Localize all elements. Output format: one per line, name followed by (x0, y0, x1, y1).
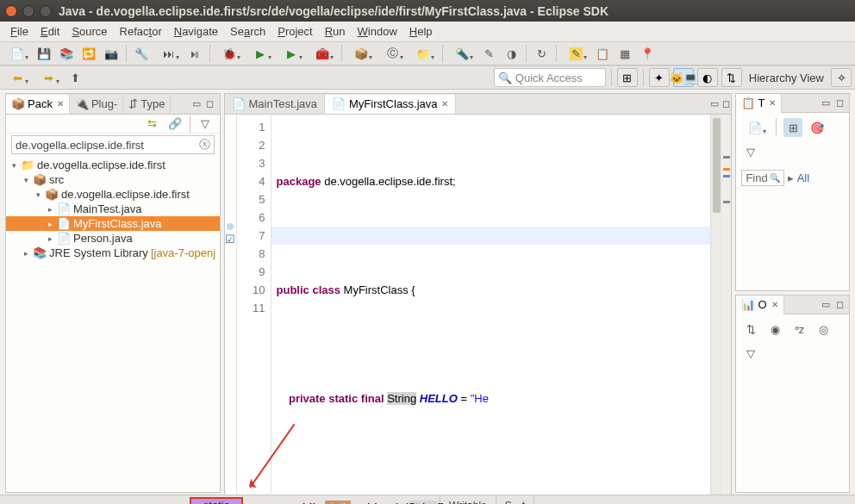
run-button[interactable]: ▶ (247, 44, 274, 63)
code-content[interactable]: package de.vogella.eclipse.ide.first; pu… (271, 115, 711, 504)
outline-menu-button[interactable]: ▽ (741, 344, 760, 363)
tree-file-maintest[interactable]: ▸📄MainTest.java (6, 202, 220, 216)
menu-edit[interactable]: Edit (35, 23, 65, 40)
menu-file[interactable]: File (5, 23, 34, 40)
editor-tab-label: MainTest.java (249, 97, 317, 110)
window-controls (5, 5, 52, 17)
search-button[interactable]: 🔦 (448, 44, 476, 63)
close-icon[interactable]: ✕ (57, 99, 64, 109)
tree-project[interactable]: ▾📁de.vogella.eclipse.ide.first (6, 158, 220, 172)
clear-filter-icon[interactable]: ⓧ (199, 137, 210, 152)
persp-hierarchy[interactable]: ⇅ (721, 68, 742, 87)
close-icon[interactable]: ✕ (441, 99, 448, 109)
hide-fields-button[interactable]: ◉ (765, 320, 784, 339)
tree-file-myfirstclass[interactable]: ▸📄MyFirstClass.java (6, 216, 220, 231)
link-editor-button[interactable]: 🔗 (165, 115, 184, 134)
editor-scrollbar[interactable] (710, 115, 722, 504)
overview-ruler[interactable] (722, 115, 731, 504)
maximize-button[interactable]: ◻ (833, 299, 846, 311)
maximize-view-button[interactable]: ◻ (204, 98, 216, 110)
maximize-window-button[interactable] (40, 5, 52, 17)
tab-outline[interactable]: 📊O✕ (736, 296, 783, 314)
tree-file-person[interactable]: ▸📄Person.java (6, 231, 220, 246)
task-menu-button[interactable]: ▽ (741, 142, 760, 161)
highlighter-button[interactable]: ✎ (562, 44, 590, 63)
new-package-button[interactable]: 📦 (347, 44, 375, 63)
categorize-button[interactable]: ⊞ (783, 118, 802, 137)
filter-input[interactable]: de.vogella.eclipse.ide.first ⓧ (11, 135, 215, 154)
menu-project[interactable]: Project (272, 23, 317, 40)
editor-area: 📄MainTest.java 📄MyFirstClass.java✕ ▭ ◻ ☑… (224, 93, 733, 504)
refresh-button[interactable]: ↻ (532, 44, 551, 63)
package-tree: ▾📁de.vogella.eclipse.ide.first ▾📦src ▾📦d… (6, 156, 220, 492)
search-icon: 🔍 (498, 72, 512, 84)
task-button[interactable]: 📋 (593, 44, 612, 63)
minimize-editor-button[interactable]: ▭ (707, 98, 719, 110)
tree-src[interactable]: ▾📦src (6, 172, 220, 187)
run-last-button[interactable]: ▶ (278, 44, 305, 63)
persp-team[interactable]: ◐ (697, 68, 718, 87)
menu-search[interactable]: Search (225, 23, 271, 40)
editor-tab-maintest[interactable]: 📄MainTest.java (225, 95, 325, 113)
wand-button[interactable]: ✎ (479, 44, 498, 63)
menu-window[interactable]: Window (353, 23, 403, 40)
persp-debug[interactable]: ✦ (649, 68, 670, 87)
layout-button[interactable]: ▦ (615, 44, 634, 63)
right-pane: 📋T✕ ▭◻ 📄 ⊞ 🎯 ▽ Find🔍 ▸ All 📊O✕ ▭◻ (735, 93, 850, 493)
editor-tab-myfirstclass[interactable]: 📄MyFirstClass.java✕ (325, 95, 456, 114)
tab-plugins[interactable]: 🔌Plug- (70, 95, 123, 113)
toggle-button[interactable]: 🔁 (79, 44, 98, 63)
tab-package-explorer[interactable]: 📦Pack✕ (6, 95, 70, 114)
menu-navigate[interactable]: Navigate (169, 23, 223, 40)
minimize-window-button[interactable] (22, 5, 34, 17)
debug-step-button[interactable]: ⏭ (154, 44, 182, 63)
sort-button[interactable]: ⇅ (741, 320, 760, 339)
back-button[interactable]: ⬅ (3, 68, 31, 87)
menu-help[interactable]: Help (404, 23, 438, 40)
hide-nonpublic-button[interactable]: ◎ (814, 320, 833, 339)
all-link[interactable]: All (797, 171, 809, 184)
persp-extra[interactable]: ✧ (831, 68, 852, 87)
menu-run[interactable]: Run (320, 23, 351, 40)
debug-button[interactable]: 🐞 (215, 44, 243, 63)
tree-package[interactable]: ▾📦de.vogella.eclipse.ide.first (6, 187, 220, 202)
minimize-view-button[interactable]: ▭ (190, 98, 203, 110)
tree-jre[interactable]: ▸📚JRE System Library [java-7-openj (6, 246, 220, 260)
menu-source[interactable]: Source (66, 23, 112, 40)
marker-column: ☑ (225, 115, 237, 504)
hide-static-button[interactable]: ᵃz (789, 320, 808, 339)
new-task-button[interactable]: 📄 (741, 118, 769, 137)
external-tools-button[interactable]: 🧰 (309, 44, 336, 63)
maximize-button[interactable]: ◻ (833, 97, 846, 109)
package-explorer-toolbar: ⇆ 🔗 ▽ (6, 115, 220, 134)
forward-button[interactable]: ➡ (34, 68, 62, 87)
maximize-editor-button[interactable]: ◻ (719, 98, 731, 110)
up-button[interactable]: ⬆ (66, 68, 84, 87)
debug-toggle-button[interactable]: 🔧 (132, 44, 151, 63)
tab-task-list[interactable]: 📋T✕ (736, 94, 782, 113)
perspective-label: Hierarchy View (746, 72, 827, 84)
view-menu-button[interactable]: ▽ (196, 115, 215, 134)
quick-access-input[interactable]: 🔍 Quick Access (494, 68, 606, 87)
minimize-button[interactable]: ▭ (820, 97, 832, 109)
save-all-button[interactable]: 📚 (57, 44, 76, 63)
package-explorer-view: 📦Pack✕ 🔌Plug- ⇵Type ▭ ◻ ⇆ 🔗 ▽ de.vogella… (5, 93, 221, 493)
pin-button[interactable]: 📍 (638, 44, 657, 63)
save-button[interactable]: 💾 (34, 44, 53, 63)
open-perspective-button[interactable]: ⊞ (617, 68, 638, 87)
task-find-input[interactable]: Find🔍 (741, 170, 783, 186)
toggle-mark-button[interactable]: ◑ (502, 44, 521, 63)
minimize-button[interactable]: ▭ (820, 299, 832, 311)
collapse-all-button[interactable]: ⇆ (143, 115, 162, 134)
new-class-button[interactable]: Ⓒ (378, 44, 406, 63)
persp-java[interactable]: 🐱‍💻 (673, 68, 694, 87)
focus-button[interactable]: 🎯 (808, 118, 827, 137)
camera-button[interactable]: 📷 (102, 44, 121, 63)
new-button[interactable]: 📄 (3, 44, 31, 63)
menu-refactor[interactable]: Refactor (115, 23, 167, 40)
code-editor[interactable]: ☑ 1234567891011 package de.vogella.eclip… (225, 115, 732, 504)
close-window-button[interactable] (5, 5, 17, 17)
new-folder-button[interactable]: 📁 (409, 44, 437, 63)
tab-type-hierarchy[interactable]: ⇵Type (123, 95, 171, 113)
skip-button[interactable]: ⏯ (185, 44, 204, 63)
